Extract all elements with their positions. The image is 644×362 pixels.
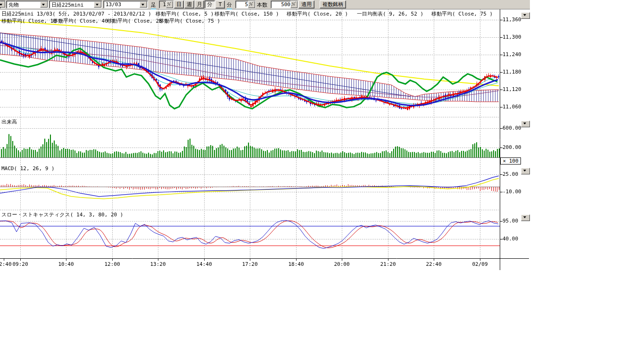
partial-combo[interactable] bbox=[0, 0, 6, 8]
chevron-down-icon[interactable] bbox=[40, 1, 48, 8]
axis-tick-label: 11,060 bbox=[503, 104, 521, 110]
chevron-down-icon bbox=[523, 14, 526, 17]
time-tick-label: 18:40 bbox=[288, 261, 304, 267]
time-tick-label: 10:40 bbox=[58, 261, 74, 267]
count-value: 500 bbox=[281, 1, 290, 8]
panel-dropdown-button[interactable] bbox=[521, 214, 530, 221]
contract-month-value: 13/03 bbox=[106, 1, 121, 8]
panel-dropdown-button[interactable] bbox=[521, 168, 530, 174]
spinner-icon[interactable] bbox=[248, 1, 255, 8]
period-tick-button[interactable]: T bbox=[215, 0, 225, 8]
period-month-button[interactable]: 月 bbox=[195, 0, 204, 8]
time-axis: 02:4009:2010:4012:0013:2014:4017:2018:40… bbox=[0, 261, 530, 268]
time-tick-label: 14:40 bbox=[196, 261, 212, 267]
instrument-type-select[interactable]: 先物 bbox=[6, 0, 49, 8]
chevron-down-icon[interactable] bbox=[0, 1, 5, 8]
bar-count-value: 1 bbox=[163, 1, 166, 8]
axis-tick-label: 600.00 bbox=[503, 125, 521, 131]
period-week-button[interactable]: 週 bbox=[184, 0, 194, 8]
count-label: 本数 bbox=[257, 1, 267, 8]
time-tick-label: 13:20 bbox=[150, 261, 165, 267]
chart-app-window: 先物 日経225mini 13/03 足 1 日 週 月 分 T 分 5 bbox=[0, 0, 644, 362]
axis-tick-label: 200.00 bbox=[503, 145, 521, 150]
time-tick-label: 20:00 bbox=[334, 261, 349, 267]
time-tick-label: 12:00 bbox=[104, 261, 120, 267]
contract-month-select[interactable]: 13/03 bbox=[103, 0, 148, 8]
spinner-icon[interactable] bbox=[166, 1, 173, 8]
axis-tick-label: 95.00 bbox=[503, 218, 518, 224]
apply-button[interactable]: 適用 bbox=[298, 0, 314, 8]
instrument-type-value: 先物 bbox=[8, 1, 19, 8]
toolbar: 先物 日経225mini 13/03 足 1 日 週 月 分 T 分 5 bbox=[0, 0, 530, 9]
axis-tick-label: 11,120 bbox=[503, 87, 521, 92]
bar-type-label: 足 bbox=[151, 1, 156, 9]
axis-tick-label: 25.00 bbox=[503, 172, 518, 177]
time-tick-label: 02/09 bbox=[472, 261, 487, 267]
multi-symbol-button[interactable]: 複数銘柄 bbox=[320, 0, 346, 8]
axis-tick-label: 11,300 bbox=[503, 34, 521, 40]
time-tick-label: 09:20 bbox=[12, 261, 28, 267]
symbol-value: 日経225mini bbox=[51, 1, 83, 8]
volume-multiplier-badge: × 100 bbox=[500, 157, 521, 165]
axis-tick-label: 11,180 bbox=[503, 69, 521, 75]
bar-count-spinner: 1 bbox=[159, 0, 173, 8]
minute-label: 分 bbox=[227, 1, 232, 9]
chevron-down-icon[interactable] bbox=[94, 1, 101, 8]
axis-tick-label: 40.00 bbox=[503, 236, 518, 242]
time-tick-label: 02:40 bbox=[0, 261, 12, 267]
period-minute-button[interactable]: 分 bbox=[205, 0, 215, 8]
time-tick-label: 17:20 bbox=[242, 261, 257, 267]
chevron-down-icon bbox=[523, 123, 526, 126]
period-day-button[interactable]: 日 bbox=[174, 0, 184, 8]
time-tick-label: 22:40 bbox=[426, 261, 441, 267]
symbol-select[interactable]: 日経225mini bbox=[49, 0, 102, 8]
chevron-down-icon bbox=[523, 216, 526, 220]
right-axis-labels: 11,36011,30011,24011,18011,12011,060600.… bbox=[0, 0, 530, 258]
chevron-down-icon bbox=[523, 170, 526, 173]
spinner-icon[interactable] bbox=[290, 1, 297, 8]
axis-tick-label: 11,240 bbox=[503, 52, 521, 58]
count-spinner[interactable]: 500 bbox=[271, 0, 298, 8]
minute-spinner[interactable]: 5 bbox=[235, 0, 256, 8]
minute-value: 5 bbox=[245, 1, 248, 8]
axis-tick-label: 11,360 bbox=[503, 17, 521, 23]
chevron-down-icon[interactable] bbox=[140, 1, 147, 8]
time-tick-label: 21:20 bbox=[380, 261, 396, 267]
panel-dropdown-button[interactable] bbox=[521, 121, 530, 127]
panel-dropdown-button[interactable] bbox=[521, 12, 530, 19]
axis-tick-label: -10.00 bbox=[503, 189, 521, 195]
